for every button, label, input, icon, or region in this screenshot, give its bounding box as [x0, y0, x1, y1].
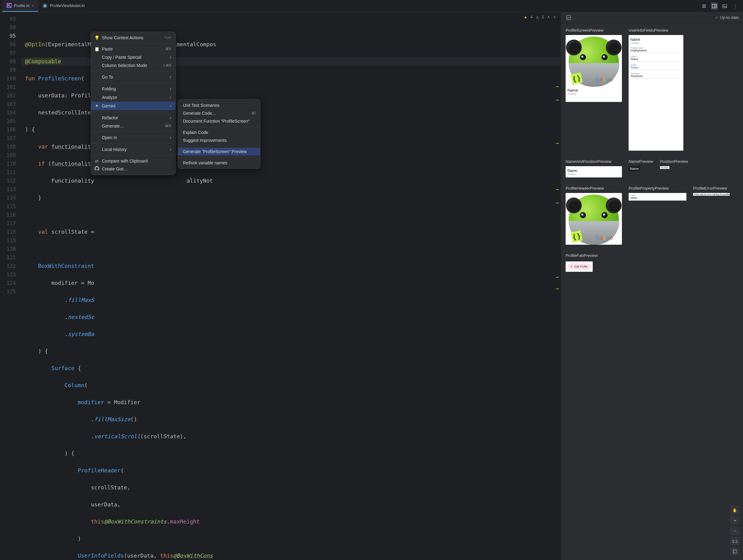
menu-refactor[interactable]: Refactor: [91, 114, 176, 122]
code-line: [21, 211, 561, 219]
preview-card[interactable]: There was an error loading the profile: [693, 193, 730, 196]
code-line: [21, 245, 561, 253]
preview-card[interactable]: Label Value: [628, 193, 687, 201]
zoom-reset[interactable]: 1:1: [730, 537, 739, 546]
bulb-icon: 💡: [94, 35, 99, 40]
preview-label: ProfileHeaderPreview: [566, 186, 622, 190]
more-icon[interactable]: ⋮: [732, 2, 739, 10]
close-icon[interactable]: ×: [32, 3, 34, 8]
split-view-icon[interactable]: [711, 2, 718, 10]
preview-card[interactable]: Name Position Display name DisplayName S…: [628, 35, 683, 150]
image-view-icon[interactable]: [721, 2, 729, 10]
menu-explain-code[interactable]: Explain Code: [178, 128, 260, 136]
menu-generate[interactable]: Generate… ⌘N: [91, 122, 176, 130]
preview-zoom-tools: ✋ ＋ － 1:1: [730, 506, 739, 556]
preview-card[interactable]: ✎Edit Profile: [566, 261, 593, 272]
gemini-star-icon: ✦: [94, 103, 99, 109]
preview-label: ProfileScreenPreview: [566, 28, 622, 33]
status-text: Up-to-date: [720, 15, 739, 20]
position-label: Position: [566, 92, 622, 95]
list-view-icon[interactable]: [700, 2, 708, 10]
preview-label: ProfileFabPreview: [566, 253, 598, 258]
menu-document-function[interactable]: Document Function "ProfileScreen": [178, 117, 260, 125]
code-line: modifier = Mo: [21, 279, 561, 287]
pencil-icon: ✎: [570, 265, 573, 268]
context-menu: 💡 Show Context Actions ⌥↩ 📋 Paste ⌘V Cop…: [91, 32, 176, 175]
tab-profileviewmodel-kt[interactable]: ◉ ProfileViewModel.kt: [38, 0, 89, 12]
menu-local-history[interactable]: Local History: [91, 145, 176, 154]
code-line: ProfileHeader(: [21, 466, 561, 475]
clipboard-icon: 📋: [94, 47, 99, 51]
menu-generate-code[interactable]: Generate Code… ⌘\: [178, 109, 260, 117]
diff-icon: ⇄: [94, 159, 99, 164]
menu-generate-preview[interactable]: Generate "ProfileScreen" Preview: [178, 147, 260, 156]
preview-card[interactable]: Name Position: [566, 166, 622, 177]
menu-go-to[interactable]: Go To: [91, 73, 176, 81]
code-line: BoxWithConstraint: [21, 262, 561, 270]
editor-top-actions: ⋮: [700, 0, 743, 12]
code-line: .verticalScroll(scrollState),: [21, 432, 561, 441]
code-line: [21, 23, 561, 32]
inspection-bar[interactable]: ▲ 4 △ 1 ∧ ∨: [524, 14, 556, 19]
menu-open-in[interactable]: Open In: [91, 133, 176, 142]
menu-analyze[interactable]: Analyze: [91, 93, 176, 102]
menu-paste[interactable]: 📋 Paste ⌘V: [91, 45, 176, 53]
prev-highlight-icon[interactable]: ∧: [547, 14, 550, 19]
gemini-submenu: Unit Test Scenarios Generate Code… ⌘\ Do…: [178, 99, 260, 169]
editor-pane: ▲ 4 △ 1 ∧ ∨ 9394959697989910010110210310…: [0, 12, 561, 560]
menu-compare-clipboard[interactable]: ⇄ Compare with Clipboard: [91, 157, 176, 165]
avatar-icon: { } Google: [567, 195, 620, 245]
tab-bar: K Profile.kt × ◉ ProfileViewModel.kt: [0, 0, 743, 12]
github-icon: [94, 166, 99, 172]
fit-screen-icon[interactable]: [730, 547, 739, 556]
zoom-in-icon[interactable]: ＋: [730, 516, 739, 525]
menu-show-context-actions[interactable]: 💡 Show Context Actions ⌥↩: [91, 34, 176, 42]
compose-file-icon: ◉: [43, 3, 47, 8]
menu-create-gist[interactable]: Create Gist…: [91, 165, 176, 173]
menu-column-selection[interactable]: Column Selection Mode ⇧⌘8: [91, 61, 176, 70]
menu-copy-paste-special[interactable]: Copy / Paste Special: [91, 53, 176, 61]
zoom-out-icon[interactable]: －: [730, 526, 739, 535]
preview-card[interactable]: { } Google Name Position: [566, 35, 622, 102]
layout-grid-icon[interactable]: [565, 14, 572, 21]
code-line: Column(: [21, 381, 561, 390]
code-line: .fillMaxS: [21, 296, 561, 304]
weak-warning-count: 1: [542, 14, 544, 19]
code-line: .fillMaxSize(): [21, 415, 561, 424]
preview-label: ProfilePropertyPreview: [628, 186, 687, 190]
code-line: ) {: [21, 449, 561, 458]
menu-gemini[interactable]: ✦ Gemini: [91, 102, 176, 110]
svg-rect-7: [733, 550, 737, 553]
preview-card[interactable]: Position: [660, 166, 669, 169]
warning-icon: ▲: [524, 14, 528, 19]
preview-status: ✓ Up-to-date: [715, 15, 739, 20]
pan-icon[interactable]: ✋: [730, 506, 739, 514]
preview-label: NamePreview: [628, 159, 653, 164]
menu-suggest-improvements[interactable]: Suggest Improvements: [178, 136, 260, 144]
name-label: Name: [566, 87, 622, 92]
menu-rethink-names[interactable]: Rethink variable names: [178, 159, 260, 167]
code-line: Functionality alityNot: [21, 176, 561, 185]
menu-unit-test[interactable]: Unit Test Scenarios: [178, 101, 260, 109]
preview-header: ✓ Up-to-date: [561, 12, 743, 23]
svg-point-3: [724, 5, 725, 6]
preview-card[interactable]: { } Google: [566, 193, 622, 245]
menu-folding[interactable]: Folding: [91, 85, 176, 93]
preview-label: PositionPreview: [660, 159, 688, 164]
tab-profile-kt[interactable]: K Profile.kt ×: [2, 0, 38, 12]
code-line: }: [21, 193, 561, 202]
code-line: ): [21, 534, 561, 543]
code-line: ) {: [21, 347, 561, 355]
next-highlight-icon[interactable]: ∨: [553, 14, 556, 19]
tab-label: ProfileViewModel.kt: [50, 3, 85, 8]
preview-pane: ✓ Up-to-date ProfileScreenPreview { }: [561, 12, 743, 560]
code-line: userData,: [21, 500, 561, 509]
minimap[interactable]: [557, 24, 560, 560]
preview-body[interactable]: ProfileScreenPreview { } Google Name Pos…: [561, 23, 743, 560]
code-line: .systemBa: [21, 330, 561, 338]
tab-label: Profile.kt: [14, 3, 30, 8]
preview-card[interactable]: Name: [628, 166, 640, 171]
code-line: .nestedSc: [21, 313, 561, 321]
warning-count: 4: [531, 14, 533, 19]
preview-label: UserInfoFieldsPreview: [628, 28, 683, 33]
